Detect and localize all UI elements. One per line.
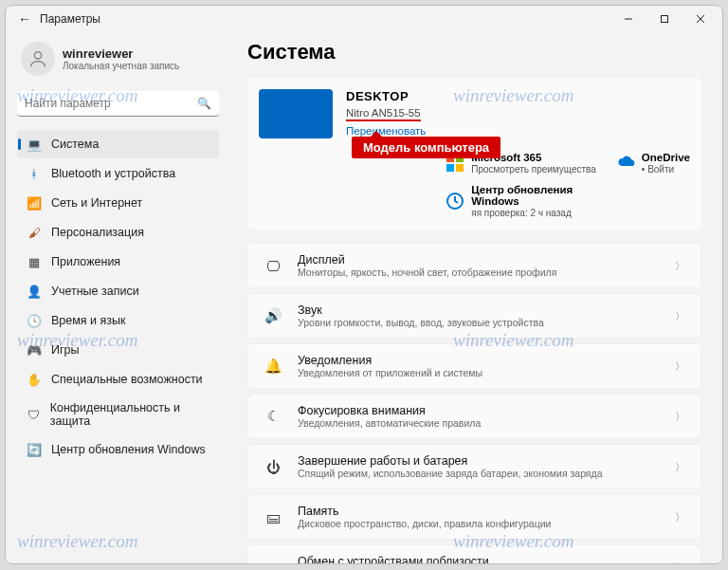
sidebar-label: Время и язык (51, 314, 126, 327)
rename-link[interactable]: Переименовать (346, 125, 426, 137)
sidebar-icon: 🎮 (27, 342, 42, 358)
sidebar-item-8[interactable]: ✋Специальные возможности (17, 365, 219, 394)
sidebar-icon: 🖌 (27, 225, 42, 240)
row-title: Дисплей (298, 253, 660, 267)
sidebar-icon: ▦ (27, 254, 42, 269)
sidebar-icon: ✋ (27, 372, 42, 387)
settings-row-2[interactable]: 🔔УведомленияУведомления от приложений и … (247, 343, 701, 389)
sidebar-item-5[interactable]: 👤Учетные записи (17, 277, 219, 305)
chevron-right-icon: 〉 (675, 359, 685, 374)
chevron-right-icon: 〉 (675, 309, 685, 323)
sidebar-item-10[interactable]: 🔄Центр обновления Windows (17, 435, 219, 464)
sidebar-item-1[interactable]: ᚼBluetooth и устройства (17, 159, 219, 188)
row-subtitle: Уведомления от приложений и системы (298, 367, 660, 378)
row-icon: 🔊 (264, 307, 282, 324)
sidebar-label: Игры (51, 343, 79, 357)
row-subtitle: Уведомления, автоматические правила (298, 417, 660, 429)
row-title: Память (298, 505, 660, 518)
svg-rect-7 (446, 164, 454, 172)
search-input[interactable] (17, 91, 219, 117)
sidebar-label: Учетные записи (51, 285, 139, 298)
sidebar-item-4[interactable]: ▦Приложения (17, 248, 219, 276)
search-icon: 🔍 (197, 97, 211, 110)
window-title: Параметры (40, 12, 610, 26)
row-icon: ⏻ (264, 459, 282, 475)
back-button[interactable]: ← (9, 11, 40, 27)
tile-windows-update[interactable]: Центр обновления Windowsяя проверка: 2 ч… (446, 184, 598, 218)
update-icon (446, 193, 464, 210)
row-icon: 🖴 (264, 509, 282, 525)
row-title: Уведомления (298, 354, 660, 367)
onedrive-icon (617, 155, 634, 172)
settings-row-3[interactable]: ☾Фокусировка вниманияУведомления, автома… (247, 394, 701, 439)
settings-row-5[interactable]: 🖴ПамятьДисковое пространство, диски, пра… (247, 494, 701, 540)
settings-row-0[interactable]: 🖵ДисплейМониторы, яркость, ночной свет, … (247, 243, 701, 288)
row-title: Завершение работы и батарея (298, 454, 660, 468)
chevron-right-icon: 〉 (675, 510, 685, 524)
close-button[interactable] (682, 6, 719, 32)
chevron-right-icon: 〉 (675, 460, 685, 474)
sidebar-icon: 📶 (27, 195, 42, 211)
sidebar-item-3[interactable]: 🖌Персонализация (17, 218, 219, 247)
user-name: winreviewer (63, 46, 179, 61)
sidebar-label: Центр обновления Windows (51, 443, 206, 456)
row-icon: 🔔 (264, 358, 282, 375)
row-title: Фокусировка внимания (298, 404, 660, 417)
row-icon: ⇋ (264, 559, 282, 563)
svg-rect-8 (456, 164, 464, 172)
minimize-button[interactable] (610, 6, 646, 32)
sidebar-label: Специальные возможности (51, 373, 203, 386)
sidebar-icon: 🛡 (27, 407, 41, 422)
chevron-right-icon: 〉 (675, 410, 685, 424)
sidebar-item-7[interactable]: 🎮Игры (17, 336, 219, 364)
sidebar-item-0[interactable]: 💻Система (17, 130, 219, 158)
maximize-button[interactable] (646, 6, 682, 32)
sidebar-label: Bluetooth и устройства (51, 167, 175, 180)
settings-row-1[interactable]: 🔊ЗвукУровни громкости, вывод, ввод, звук… (247, 293, 701, 339)
sidebar-label: Конфиденциальность и защита (50, 401, 209, 428)
sidebar-icon: 💻 (27, 137, 42, 152)
row-icon: ☾ (264, 408, 282, 425)
sidebar-icon: ᚼ (27, 166, 42, 181)
device-thumbnail (259, 89, 333, 138)
sidebar-item-6[interactable]: 🕓Время и язык (17, 306, 219, 335)
sidebar-label: Персонализация (51, 226, 144, 239)
row-title: Звук (298, 303, 660, 317)
chevron-right-icon: 〉 (675, 259, 685, 273)
avatar (21, 42, 55, 76)
annotation-callout: Модель компьютера (352, 137, 500, 158)
settings-row-6[interactable]: ⇋Обмен с устройствами поблизостиВозможно… (247, 544, 701, 563)
row-subtitle: Спящий режим, использование заряда батар… (298, 468, 660, 479)
row-subtitle: Дисковое пространство, диски, правила ко… (298, 518, 660, 529)
user-account-type: Локальная учетная запись (63, 61, 179, 71)
sidebar-icon: 👤 (27, 284, 42, 299)
sidebar-item-9[interactable]: 🛡Конфиденциальность и защита (17, 395, 219, 434)
user-account[interactable]: winreviewer Локальная учетная запись (17, 36, 219, 87)
sidebar-label: Приложения (51, 255, 120, 268)
row-title: Обмен с устройствами поблизости (298, 555, 660, 563)
sidebar-label: Сеть и Интернет (51, 196, 142, 210)
row-subtitle: Уровни громкости, вывод, ввод, звуковые … (298, 317, 660, 328)
sidebar-item-2[interactable]: 📶Сеть и Интернет (17, 189, 219, 217)
row-subtitle: Мониторы, яркость, ночной свет, отображе… (298, 267, 660, 278)
row-icon: 🖵 (264, 258, 282, 274)
sidebar-label: Система (51, 138, 99, 151)
device-model: Nitro AN515-55 (346, 107, 421, 121)
page-title: Система (247, 40, 701, 64)
svg-point-4 (34, 52, 41, 59)
sidebar-icon: 🔄 (27, 442, 42, 457)
settings-row-4[interactable]: ⏻Завершение работы и батареяСпящий режим… (247, 444, 701, 489)
sidebar-icon: 🕓 (27, 313, 42, 328)
tile-onedrive[interactable]: OneDrive• Войти (617, 152, 690, 175)
device-name: DESKTOP (346, 89, 488, 103)
chevron-right-icon: 〉 (675, 561, 685, 564)
svg-rect-1 (662, 16, 668, 23)
